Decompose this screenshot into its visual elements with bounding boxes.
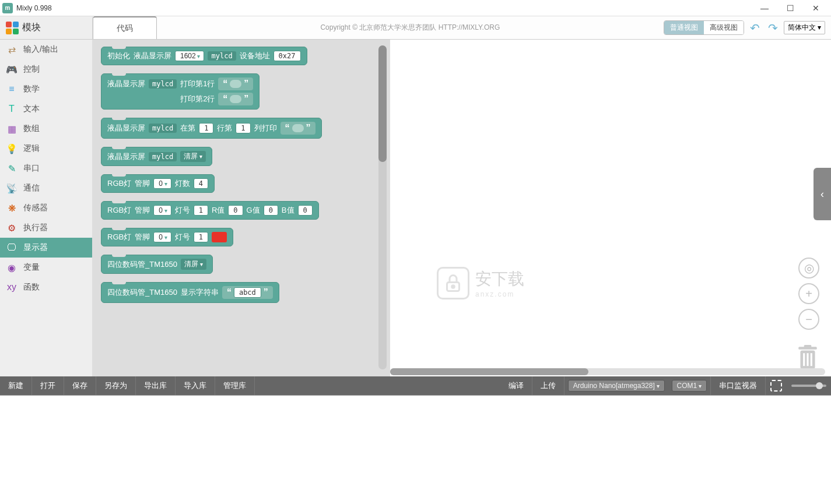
board-select[interactable]: Arduino Nano[atmega328] [568,380,665,392]
workspace[interactable]: 初始化液晶显示屏 1602 mylcd 设备地址 0x27 液晶显示屏mylcd… [93,40,831,376]
category-sidebar: ⇄输入/输出🎮控制≡数学T文本▦数组💡逻辑✎串口📡通信❋传感器⚙执行器🖵显示器◉… [0,40,93,376]
text-slot[interactable] [280,122,315,135]
compile-button[interactable]: 编译 [500,376,532,395]
window-titlebar: m Mixly 0.998 — ☐ ✕ [0,0,831,16]
sidebar-item-0[interactable]: ⇄输入/输出 [0,40,92,59]
sidebar-item-label: 控制 [23,64,40,75]
block-lcd-init[interactable]: 初始化液晶显示屏 1602 mylcd 设备地址 0x27 [101,47,307,65]
sidebar-item-label: 数学 [23,84,40,94]
redo-button[interactable]: ↷ [766,21,780,35]
sidebar-item-label: 变量 [23,262,40,273]
port-select[interactable]: COM1 [672,380,707,392]
maximize-button[interactable]: ☐ [777,0,803,16]
svg-rect-5 [803,353,805,366]
save-button[interactable]: 保存 [64,376,96,395]
puzzle-icon [6,22,19,34]
sidebar-item-12[interactable]: xy函数 [0,277,92,297]
tab-code[interactable]: 代码 [93,16,157,39]
lcd-action-dropdown[interactable]: 清屏 [180,151,206,162]
sidebar-item-5[interactable]: 💡逻辑 [0,139,92,158]
managelib-button[interactable]: 管理库 [215,376,255,395]
upload-button[interactable]: 上传 [532,376,564,395]
svg-rect-4 [804,345,812,348]
block-tm1650-clear[interactable]: 四位数码管_TM1650 清屏 [101,255,213,274]
modules-label: 模块 [22,22,41,34]
category-icon: 🖵 [6,242,17,253]
open-button[interactable]: 打开 [32,376,64,395]
lcd-type-dropdown[interactable]: 1602 [175,51,204,61]
zoom-center-button[interactable]: ◎ [798,258,819,279]
importlib-button[interactable]: 导入库 [176,376,215,395]
category-icon: ▦ [6,123,17,135]
copyright-text: Copyright © 北京师范大学米思齐团队 HTTP://MIXLY.ORG [157,23,664,33]
lcd-name-field[interactable]: mylcd [208,51,236,61]
language-select[interactable]: 简体中文 ▾ [784,21,825,34]
sidebar-item-8[interactable]: ❋传感器 [0,198,92,218]
block-rgb-count[interactable]: RGB灯管脚 0 灯数4 [101,174,215,193]
category-icon: ✎ [6,163,17,174]
block-tm1650-string[interactable]: 四位数码管_TM1650显示字符串 abcd [101,282,279,303]
close-button[interactable]: ✕ [803,0,829,16]
view-normal-button[interactable]: 普通视图 [664,21,704,34]
category-icon: ⚙ [6,222,17,234]
sidebar-item-3[interactable]: T文本 [0,99,92,119]
workspace-hscrollbar[interactable] [390,368,825,375]
sidebar-item-6[interactable]: ✎串口 [0,158,92,178]
block-lcd-clear[interactable]: 液晶显示屏mylcd 清屏 [101,147,212,166]
sidebar-item-1[interactable]: 🎮控制 [0,59,92,79]
category-icon: 🎮 [6,64,17,75]
sidebar-item-label: 执行器 [23,223,48,233]
lcd-addr-field[interactable]: 0x27 [274,51,301,61]
sidebar-item-7[interactable]: 📡通信 [0,178,92,198]
exportlib-button[interactable]: 导出库 [136,376,176,395]
sidebar-item-11[interactable]: ◉变量 [0,258,92,277]
chip-icon[interactable] [770,380,782,392]
bottom-toolbar: 新建 打开 保存 另存为 导出库 导入库 管理库 编译 上传 Arduino N… [0,376,831,395]
main-area: ⇄输入/输出🎮控制≡数学T文本▦数组💡逻辑✎串口📡通信❋传感器⚙执行器🖵显示器◉… [0,40,831,376]
svg-rect-7 [811,353,812,366]
zoom-in-button[interactable]: + [798,283,819,304]
category-icon: ≡ [6,83,17,95]
app-icon: m [2,3,13,13]
output-console [0,395,831,503]
color-picker[interactable] [212,232,227,242]
view-advanced-button[interactable]: 高级视图 [704,21,744,34]
watermark: 安下载 anxz.com [437,267,524,299]
sidebar-item-label: 逻辑 [23,143,40,154]
category-icon: ⇄ [6,44,17,55]
svg-rect-6 [807,353,808,366]
text-slot[interactable] [218,77,253,90]
sidebar-item-4[interactable]: ▦数组 [0,119,92,139]
saveas-button[interactable]: 另存为 [96,376,136,395]
top-toolbar: 模块 代码 Copyright © 北京师范大学米思齐团队 HTTP://MIX… [0,16,831,40]
block-rgb-color[interactable]: RGB灯管脚 0 灯号1 [101,228,233,246]
trash-icon[interactable] [796,345,819,371]
sidebar-item-10[interactable]: 🖵显示器 [0,238,92,258]
text-slot[interactable] [218,93,253,105]
sidebar-item-label: 通信 [23,183,40,193]
sidebar-item-label: 数组 [23,124,40,134]
sidebar-item-9[interactable]: ⚙执行器 [0,218,92,238]
category-icon: ❋ [6,202,17,214]
category-icon: xy [6,281,17,293]
sidebar-item-2[interactable]: ≡数学 [0,79,92,99]
category-icon: T [6,103,17,115]
new-button[interactable]: 新建 [0,376,32,395]
window-title: Mixly 0.998 [16,4,752,12]
right-panel-toggle[interactable]: ‹ [814,168,831,220]
undo-button[interactable]: ↶ [748,21,762,35]
lock-icon [437,267,469,299]
zoom-out-button[interactable]: − [798,309,819,330]
minimize-button[interactable]: — [752,0,777,16]
category-icon: ◉ [6,262,17,273]
view-toggle: 普通视图 高级视图 [664,20,744,35]
speed-slider[interactable] [791,385,826,387]
block-lcd-print-lines[interactable]: 液晶显示屏mylcd打印第1行 打印第2行 [101,73,260,110]
palette-vscrollbar[interactable] [378,45,387,369]
category-icon: 📡 [6,182,17,194]
zoom-controls: ◎ + − [798,258,819,330]
block-rgb-rgb[interactable]: RGB灯管脚 0 灯号1 R值0 G值0 B值0 [101,201,319,220]
block-lcd-print-at[interactable]: 液晶显示屏mylcd 在第1 行第1 列打印 [101,118,322,139]
serial-monitor-button[interactable]: 串口监视器 [710,376,766,395]
category-icon: 💡 [6,143,17,154]
